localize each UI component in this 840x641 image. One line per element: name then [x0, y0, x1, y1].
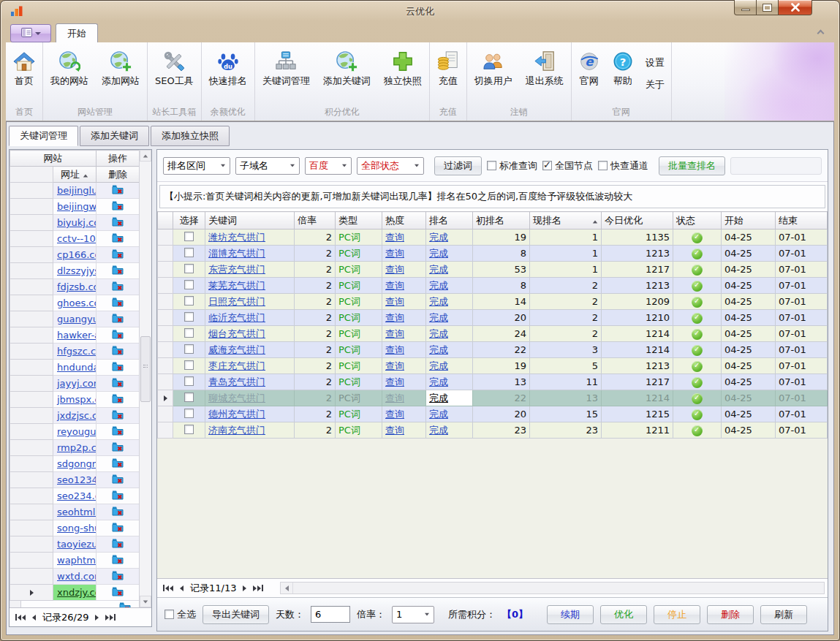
rank-status-link[interactable]: 完成 — [429, 344, 448, 355]
keyword-link[interactable]: 东营充气拱门 — [208, 264, 265, 275]
site-link[interactable]: beijingluohu.... — [57, 185, 97, 196]
horizontal-scrollbar[interactable] — [280, 582, 825, 594]
column-header-选择[interactable]: 选择 — [173, 212, 205, 230]
rank-status-link[interactable]: 完成 — [429, 392, 448, 403]
delete-site-icon[interactable] — [112, 411, 124, 422]
site-row[interactable]: waphtml.com — [10, 553, 140, 569]
keyword-link[interactable]: 潍坊充气拱门 — [208, 232, 265, 243]
site-row[interactable]: reyouguolu.c... — [10, 424, 140, 440]
standard-query-checkbox[interactable] — [487, 161, 496, 170]
site-link[interactable]: sdgongmen.... — [57, 458, 97, 469]
fast-channel-checkbox-wrap[interactable]: 快查通道 — [598, 159, 648, 172]
site-row[interactable]: jayyj.com — [10, 376, 140, 392]
heat-query-link[interactable]: 查询 — [385, 280, 404, 291]
site-link[interactable]: hfgszc.com.cn — [57, 346, 97, 357]
site-row[interactable]: xndzjy.com — [10, 585, 140, 601]
delete-button[interactable]: 删除 — [707, 605, 754, 624]
row-checkbox[interactable] — [184, 312, 194, 322]
delete-site-icon[interactable] — [112, 555, 124, 566]
rank-status-link[interactable]: 完成 — [429, 264, 448, 275]
site-row[interactable]: jxdzjsc.com — [10, 408, 140, 424]
subdomain-dropdown[interactable]: 子域名 — [235, 157, 300, 175]
heat-query-link[interactable]: 查询 — [385, 409, 404, 420]
keyword-link[interactable]: 威海充气拱门 — [208, 344, 265, 355]
scrollbar-thumb[interactable] — [140, 336, 151, 402]
heat-query-link[interactable]: 查询 — [385, 392, 404, 403]
site-row[interactable]: cp166.com — [10, 247, 140, 263]
column-header-倍率[interactable]: 倍率 — [295, 212, 336, 230]
delete-site-icon[interactable] — [112, 298, 124, 309]
ribbon-tab-start[interactable]: 开始 — [56, 23, 98, 42]
first-page-button[interactable] — [15, 614, 26, 621]
site-row[interactable]: jbmspx.com — [10, 392, 140, 408]
site-row[interactable]: biyukj.com — [10, 215, 140, 231]
keyword-row[interactable]: 枣庄充气拱门2PC词查询完成195121304-2507-01 — [158, 358, 828, 374]
row-checkbox[interactable] — [184, 248, 194, 257]
export-keywords-button[interactable]: 导出关键词 — [203, 605, 269, 624]
column-header-状态[interactable]: 状态 — [673, 212, 722, 230]
filter-words-button[interactable]: 过滤词 — [434, 156, 482, 175]
rank-status-link[interactable]: 完成 — [429, 248, 448, 259]
keyword-link[interactable]: 枣庄充气拱门 — [208, 360, 265, 371]
optimize-button[interactable]: 优化 — [600, 605, 647, 624]
delete-site-icon[interactable] — [112, 218, 124, 229]
keyword-row[interactable]: 烟台充气拱门2PC词查询完成242121404-2507-01 — [158, 326, 828, 342]
keyword-link[interactable]: 淄博充气拱门 — [208, 248, 265, 259]
column-header-开始[interactable]: 开始 — [722, 212, 776, 230]
view-tab-keyword-manage[interactable]: 关键词管理 — [9, 126, 78, 146]
ribbon-button-recharge[interactable]: 充值 — [431, 42, 466, 105]
column-header-排名[interactable]: 排名 — [426, 212, 473, 230]
keyword-row[interactable]: 临沂充气拱门2PC词查询完成202121004-2507-01 — [158, 310, 828, 326]
site-link[interactable]: hndundai.com — [57, 362, 97, 373]
site-link[interactable]: song-shu.com — [57, 523, 97, 534]
keyword-row[interactable]: 济南充气拱门2PC词查询完成2323121104-2507-01 — [158, 422, 828, 439]
rank-status-link[interactable]: 完成 — [429, 409, 448, 420]
scroll-down-button[interactable] — [140, 596, 151, 607]
site-row[interactable]: rmp2p.com — [10, 440, 140, 456]
site-row[interactable]: guangyudian... — [10, 311, 140, 327]
site-link[interactable]: seo1234567.... — [57, 474, 97, 485]
site-link[interactable]: dlzszyjys.com — [57, 265, 97, 276]
column-header-热度[interactable]: 热度 — [382, 212, 426, 230]
site-row[interactable]: cctv--10.com — [10, 231, 140, 247]
close-button[interactable] — [778, 0, 812, 15]
site-link[interactable]: waphtml.com — [57, 555, 97, 566]
ribbon-button-snapshot[interactable]: 独立快照 — [377, 42, 428, 105]
delete-site-icon[interactable] — [112, 266, 124, 277]
hscroll-left-button[interactable] — [281, 583, 293, 593]
site-row[interactable]: sdgongmen.... — [10, 456, 140, 472]
refresh-button[interactable]: 刷新 — [760, 605, 807, 624]
site-row[interactable]: seo234.cn — [10, 488, 140, 504]
first-page-button[interactable] — [163, 585, 173, 591]
keyword-link[interactable]: 日照充气拱门 — [208, 296, 265, 307]
keyword-link[interactable]: 聊城充气拱门 — [208, 392, 265, 403]
site-row[interactable]: seohtml.cn — [10, 504, 140, 520]
rank-status-link[interactable]: 完成 — [429, 360, 448, 371]
site-row[interactable]: hfgszc.com.cn — [10, 344, 140, 360]
ribbon-button-official-site[interactable]: e官网 — [572, 42, 606, 105]
heat-query-link[interactable]: 查询 — [385, 328, 404, 339]
next-page-button[interactable] — [95, 615, 99, 621]
keyword-link[interactable]: 济南充气拱门 — [208, 425, 265, 436]
national-node-checkbox-wrap[interactable]: 全国节点 — [542, 159, 593, 172]
site-link[interactable]: fdjzsb.com — [57, 281, 97, 292]
delete-site-icon[interactable] — [112, 330, 124, 341]
site-link[interactable]: seo234.cn — [57, 490, 97, 501]
ribbon-button-seo-tools[interactable]: SEO工具 — [148, 42, 200, 105]
delete-site-icon[interactable] — [112, 475, 124, 486]
batch-check-rank-button[interactable]: 批量查排名 — [659, 156, 725, 175]
view-tab-add-snapshot[interactable]: 添加独立快照 — [151, 126, 230, 146]
ribbon-button-keyword-manage[interactable]: 关键词管理 — [256, 42, 317, 105]
keyword-row[interactable]: 淄博充气拱门2PC词查询完成81121304-2507-01 — [158, 246, 828, 262]
delete-site-icon[interactable] — [112, 234, 124, 245]
delete-site-icon[interactable] — [112, 588, 124, 599]
site-link[interactable]: biyukj.com — [57, 217, 97, 228]
scroll-up-button[interactable] — [140, 150, 151, 162]
keyword-row[interactable]: 莱芜充气拱门2PC词查询完成82121304-2507-01 — [158, 278, 828, 294]
site-link[interactable]: guangyudian... — [57, 314, 97, 325]
keyword-link[interactable]: 莱芜充气拱门 — [208, 280, 265, 291]
site-link[interactable]: ghoes.com — [57, 297, 97, 308]
delete-site-icon[interactable] — [112, 379, 124, 390]
rank-status-link[interactable]: 完成 — [429, 232, 448, 243]
ribbon-button-switch-user[interactable]: 切换用户 — [468, 42, 519, 105]
